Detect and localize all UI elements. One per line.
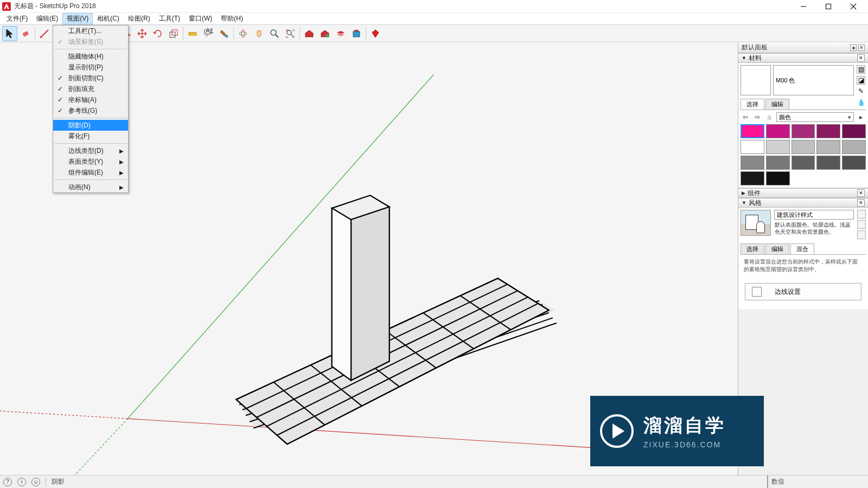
materials-header[interactable]: ▼材料✕ [738,53,868,63]
pencil-icon[interactable]: ✎ [857,87,865,95]
pin-icon[interactable]: ◈ [850,44,857,51]
tab-edit[interactable]: 编辑 [765,243,789,254]
menu-item-section-planes[interactable]: 显示剖切(P) [53,62,128,73]
close-icon[interactable]: ✕ [857,189,865,197]
tray-title[interactable]: 默认面板 ◈ ✕ [738,42,868,53]
home-icon[interactable]: ⌂ [764,112,774,122]
color-swatch[interactable] [741,171,764,185]
warehouse1-tool[interactable] [302,26,317,41]
measurement-box[interactable]: 数值 [767,476,865,488]
menu-tools[interactable]: 工具(T) [155,13,184,24]
style-refresh-icon[interactable] [857,230,866,239]
styles-label: 风格 [749,198,762,208]
select-tool[interactable] [2,26,17,41]
menu-item-scene-tabs[interactable]: ✓场景标签(S) [53,36,128,47]
create-material-icon[interactable]: ▧ [857,65,865,74]
warehouse2-tool[interactable] [317,26,333,41]
color-swatch[interactable] [766,156,790,170]
paint-tool[interactable] [216,26,232,41]
color-swatch[interactable] [816,124,840,138]
svg-rect-24 [353,31,360,37]
color-swatch[interactable] [842,124,866,138]
menu-file[interactable]: 文件(F) [2,13,32,24]
menu-view[interactable]: 视图(V) [62,13,93,24]
menu-item-guides[interactable]: ✓参考线(G) [53,105,128,116]
tab-edit[interactable]: 编辑 [765,99,789,110]
close-icon[interactable]: ✕ [857,54,865,62]
minimize-button[interactable] [791,0,816,13]
ruby-tool[interactable] [368,26,383,41]
tab-select[interactable]: 选择 [741,243,764,254]
menu-draw[interactable]: 绘图(R) [124,13,155,24]
material-collection-select[interactable]: 颜色 [776,112,854,122]
zoom-extents-tool[interactable] [283,26,298,41]
tab-select[interactable]: 选择 [741,99,764,110]
eyedropper-icon[interactable]: 💧 [857,99,866,107]
menu-item-edge-style[interactable]: 边线类型(D)▶ [53,145,128,156]
nav-forward-icon[interactable]: ⇨ [752,112,762,122]
zoom-tool[interactable] [267,26,282,41]
material-name-input[interactable]: M00 色 [773,65,854,95]
style-new-icon[interactable] [857,220,866,229]
eraser-tool[interactable] [18,26,33,41]
scale-tool[interactable] [166,26,181,41]
pan-tool[interactable] [251,26,266,41]
menu-item-toolbars[interactable]: 工具栏(T)... [53,25,128,36]
color-swatch[interactable] [766,171,790,185]
menu-camera[interactable]: 相机(C) [93,13,124,24]
tab-mix[interactable]: 混合 [790,243,814,254]
menu-item-component-edit[interactable]: 组件编辑(E)▶ [53,167,128,178]
layers-tool[interactable] [333,26,348,41]
color-swatch[interactable] [816,140,840,154]
close-button[interactable] [841,0,866,13]
material-preview[interactable] [741,65,771,95]
styles-header[interactable]: ▼风格✕ [738,198,868,208]
color-swatch[interactable] [842,140,866,154]
edge-settings-button[interactable]: 边线设置 [745,283,861,300]
color-swatch[interactable] [741,156,764,170]
color-swatch[interactable] [792,156,815,170]
menu-item-section-fill[interactable]: ✓剖面填充 [53,84,128,94]
components-label: 组件 [748,189,761,198]
style-name-input[interactable]: 建筑设计样式 [774,210,854,220]
measurement-label: 数值 [771,477,784,486]
menu-window[interactable]: 窗口(W) [184,13,216,24]
components-header[interactable]: ▶组件✕ [738,188,868,198]
text-tool[interactable]: A1 [201,26,216,41]
extension1-tool[interactable] [349,26,364,41]
color-swatch[interactable] [766,124,790,138]
nav-back-icon[interactable]: ⇦ [741,112,750,122]
menu-item-animation[interactable]: 动画(N)▶ [53,182,128,192]
menu-item-section-cuts[interactable]: ✓剖面切割(C) [53,73,128,84]
color-swatch[interactable] [816,156,840,170]
color-swatch[interactable] [842,156,866,170]
menu-edit[interactable]: 编辑(E) [32,13,62,24]
move-tool[interactable] [135,26,150,41]
default-material-icon[interactable]: ◪ [857,76,865,85]
menu-item-hidden-geometry[interactable]: 隐藏物体(H) [53,51,128,62]
close-icon[interactable]: ✕ [858,44,865,51]
user-icon[interactable]: ☺ [31,478,40,486]
color-swatch[interactable] [766,140,790,154]
orbit-tool[interactable] [235,26,251,41]
color-swatch[interactable] [741,140,764,154]
style-thumbnail[interactable] [741,210,771,236]
line-tool[interactable] [37,26,52,41]
help-icon[interactable]: ? [3,478,12,486]
rotate-tool[interactable] [150,26,165,41]
close-icon[interactable]: ✕ [857,199,865,207]
color-swatch[interactable] [792,140,815,154]
menu-item-fog[interactable]: 雾化(F) [53,131,128,142]
color-swatch[interactable] [741,124,764,138]
tape-tool[interactable] [185,26,200,41]
maximize-button[interactable] [816,0,841,13]
menu-help[interactable]: 帮助(H) [216,13,247,24]
details-icon[interactable]: ▸ [856,112,866,122]
menu-item-shadows[interactable]: 阴影(D) [53,120,128,131]
menu-item-axes[interactable]: ✓坐标轴(A) [53,94,128,105]
window-title: 无标题 - SketchUp Pro 2018 [14,2,96,11]
style-update-icon[interactable] [857,210,866,219]
color-swatch[interactable] [792,124,815,138]
info-icon[interactable]: i [17,478,26,486]
menu-item-face-style[interactable]: 表面类型(Y)▶ [53,156,128,167]
